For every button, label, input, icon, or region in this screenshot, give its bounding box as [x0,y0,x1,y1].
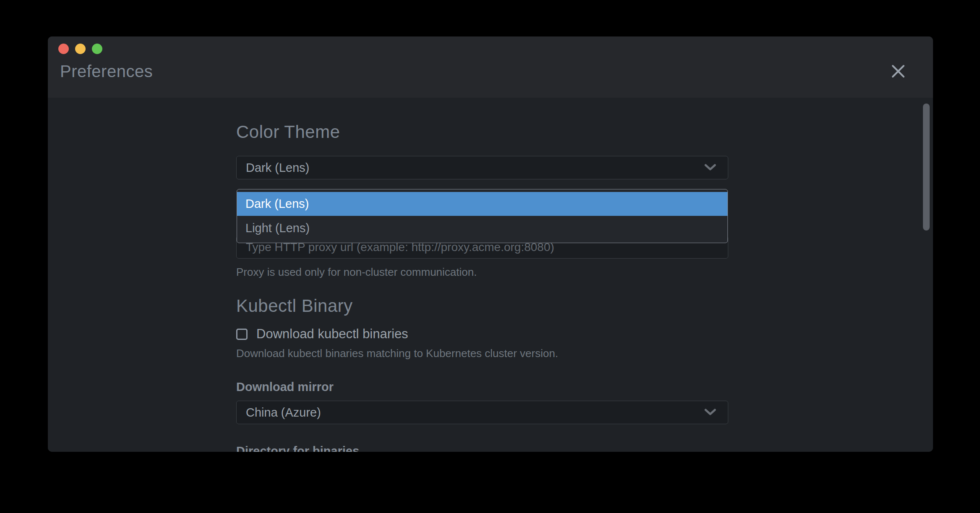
color-theme-select-value: Dark (Lens) [246,161,310,175]
color-theme-dropdown-menu: Dark (Lens) Light (Lens) [237,189,728,243]
dropdown-option-dark-lens[interactable]: Dark (Lens) [237,192,727,216]
chevron-down-icon [704,409,716,416]
download-mirror-label: Download mirror [236,381,728,393]
directory-for-binaries-label: Directory for binaries [236,445,728,452]
close-button[interactable] [889,62,907,80]
close-traffic-light-icon[interactable] [58,44,69,54]
section-heading-kubectl-binary: Kubectl Binary [236,295,728,317]
scrollbar-thumb[interactable] [923,104,930,231]
desktop-background: Preferences Color Theme Dark (Lens) [0,0,980,513]
preferences-content: Color Theme Dark (Lens) Proxy is used on… [48,98,933,452]
proxy-help-text: Proxy is used only for non-cluster commu… [236,267,728,278]
zoom-traffic-light-icon[interactable] [92,44,102,54]
download-kubectl-checkbox-label: Download kubectl binaries [256,326,408,342]
chevron-down-icon [704,164,716,171]
color-theme-select[interactable]: Dark (Lens) [236,156,728,179]
download-kubectl-checkbox[interactable]: Download kubectl binaries [236,328,728,340]
settings-column: Color Theme Dark (Lens) Proxy is used on… [236,121,728,452]
page-title: Preferences [60,62,153,81]
download-mirror-select-value: China (Azure) [246,406,321,420]
preferences-window: Preferences Color Theme Dark (Lens) [48,36,933,452]
title-row: Preferences [60,61,916,82]
checkbox-unchecked-icon [236,329,248,340]
window-titlebar: Preferences [48,36,933,98]
kubectl-help-text: Download kubectl binaries matching to Ku… [236,348,728,359]
close-icon [889,62,907,80]
traffic-lights [58,44,102,54]
download-mirror-select[interactable]: China (Azure) [236,401,728,424]
minimize-traffic-light-icon[interactable] [75,44,86,54]
dropdown-option-light-lens[interactable]: Light (Lens) [237,216,727,241]
section-heading-color-theme: Color Theme [236,121,728,143]
